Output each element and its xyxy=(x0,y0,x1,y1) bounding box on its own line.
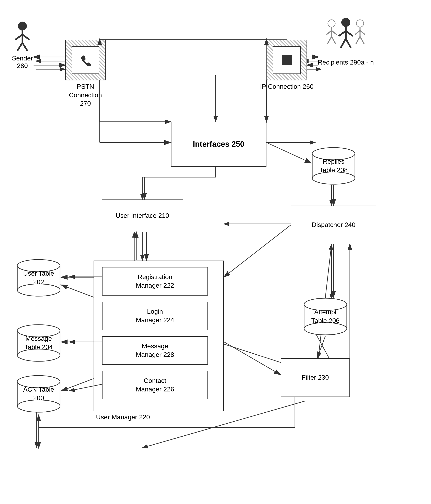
svg-line-43 xyxy=(355,31,360,35)
svg-point-35 xyxy=(328,20,335,27)
interfaces-label: Interfaces 250 xyxy=(193,139,245,149)
message-table-label: Message Table 204 xyxy=(25,334,53,351)
user-manager-label: User Manager 220 xyxy=(96,414,150,421)
login-manager-box: Login Manager 224 xyxy=(102,302,208,330)
svg-line-37 xyxy=(326,31,332,35)
registration-manager-label: Registration Manager 222 xyxy=(136,273,174,290)
svg-line-93 xyxy=(224,342,280,375)
attempt-table-drum: Attempt Table 206 xyxy=(303,297,348,336)
filter-label: Filter 230 xyxy=(302,373,329,382)
svg-line-90 xyxy=(62,285,94,297)
interfaces-box: Interfaces 250 xyxy=(171,122,266,167)
message-manager-box: Message Manager 228 xyxy=(102,336,208,365)
message-table-drum: Message Table 204 xyxy=(16,324,61,362)
user-table-drum: User Table 202 xyxy=(16,259,61,297)
replies-table-label: Replies Table 208 xyxy=(319,157,348,174)
svg-line-85 xyxy=(266,143,311,163)
svg-line-31 xyxy=(15,35,22,40)
user-manager-container: Registration Manager 222 Login Manager 2… xyxy=(94,261,224,411)
recipients-group: Recipients 290a - n xyxy=(317,16,374,66)
pstn-box xyxy=(65,40,106,81)
ip-connection-box xyxy=(266,40,307,81)
svg-line-46 xyxy=(360,37,364,44)
svg-line-34 xyxy=(22,43,27,51)
user-table-label: User Table 202 xyxy=(23,269,54,286)
svg-line-50 xyxy=(346,31,353,36)
user-interface-box: User Interface 210 xyxy=(102,199,183,232)
registration-manager-box: Registration Manager 222 xyxy=(102,267,208,296)
ip-connection-label: IP Connection 260 xyxy=(258,82,315,91)
svg-line-39 xyxy=(327,37,332,44)
svg-line-49 xyxy=(339,31,346,36)
svg-line-33 xyxy=(17,43,22,51)
svg-line-44 xyxy=(360,31,365,35)
svg-line-52 xyxy=(346,39,351,48)
svg-line-40 xyxy=(332,37,336,44)
attempt-table-label: Attempt Table 206 xyxy=(311,308,340,325)
filter-box: Filter 230 xyxy=(281,358,350,397)
dispatcher-label: Dispatcher 240 xyxy=(312,221,355,229)
svg-line-92 xyxy=(62,379,94,391)
acn-table-drum: ACN Table 200 xyxy=(16,375,61,413)
user-interface-label: User Interface 210 xyxy=(115,211,169,220)
svg-point-29 xyxy=(18,22,27,31)
login-manager-label: Login Manager 224 xyxy=(136,307,174,324)
message-manager-label: Message Manager 228 xyxy=(136,342,174,359)
svg-point-47 xyxy=(341,18,350,27)
contact-manager-box: Contact Manager 226 xyxy=(102,371,208,399)
acn-table-label: ACN Table 200 xyxy=(23,385,54,402)
pstn-label: PSTN Connection 270 xyxy=(60,82,111,108)
dispatcher-box: Dispatcher 240 xyxy=(291,206,376,244)
svg-point-41 xyxy=(356,20,364,27)
svg-line-45 xyxy=(356,37,360,44)
diagram: Sender 280 PSTN Connection 270 IP Connec… xyxy=(0,0,431,504)
recipients-label: Recipients 290a - n xyxy=(317,59,374,66)
svg-line-32 xyxy=(22,35,29,40)
sender-label: Sender 280 xyxy=(6,54,39,70)
contact-manager-label: Contact Manager 226 xyxy=(136,377,174,394)
replies-table-drum: Replies Table 208 xyxy=(311,147,356,185)
svg-line-94 xyxy=(317,336,325,358)
svg-line-51 xyxy=(341,39,346,48)
sender-person: Sender 280 xyxy=(6,20,39,70)
svg-line-88 xyxy=(224,225,291,277)
svg-line-38 xyxy=(332,31,337,35)
